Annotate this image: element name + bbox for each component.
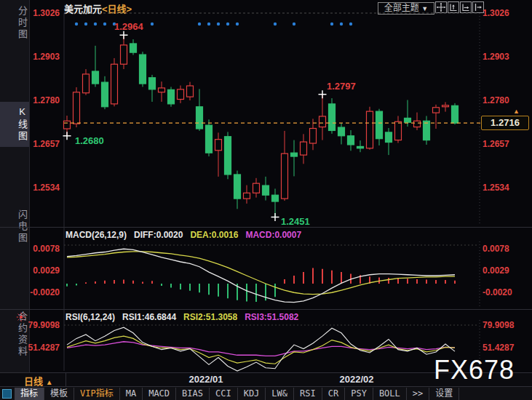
candle-body (111, 64, 118, 104)
signal-dot (340, 23, 343, 25)
candle-body (225, 137, 231, 175)
candle-body (196, 107, 203, 129)
candle-body (424, 121, 430, 140)
signal-dot (198, 23, 201, 25)
signal-dot (207, 23, 210, 25)
signal-dot (84, 23, 87, 25)
candle-body (263, 185, 269, 195)
candle-body (234, 175, 241, 199)
brand-watermark: FX678 (434, 355, 515, 385)
sun-marker-icon (17, 313, 25, 321)
candle-body (121, 45, 127, 64)
candle-body (376, 111, 383, 139)
signal-dot (217, 23, 220, 25)
candle-body (168, 89, 175, 104)
diff-line (67, 249, 455, 302)
candle-body (244, 193, 250, 199)
candle-body (206, 125, 213, 153)
candle-body (159, 88, 165, 92)
rsi3-line (67, 342, 455, 356)
candle-body (442, 105, 449, 107)
rsi1-line (67, 327, 455, 371)
candle-body (310, 129, 317, 143)
candle-body (405, 118, 411, 122)
candle-body (386, 132, 392, 143)
candle-body (414, 121, 421, 127)
candle-body (74, 92, 80, 124)
signal-dot (293, 23, 295, 25)
candle-body (291, 153, 298, 156)
rsi2-line (67, 336, 455, 364)
chart-application-window: 分时图 K线图 闪电图 合约资料 美元加元<日线> 全部主题 ▼ MACD(26… (0, 0, 532, 400)
candle-body (357, 146, 364, 148)
candle-body (64, 121, 71, 129)
dea-line (67, 252, 455, 295)
price-annotation: 1.2797 (327, 81, 356, 92)
signal-dot (330, 23, 333, 25)
candle-body (187, 86, 194, 97)
candle-body (102, 82, 108, 107)
candle-body (178, 89, 184, 100)
candle-body (433, 108, 440, 113)
candle-body (215, 140, 222, 151)
candle-body (452, 105, 458, 123)
candle-body (338, 127, 345, 136)
candle-body (329, 104, 336, 131)
signal-dot (94, 23, 97, 25)
signal-dot (75, 23, 78, 25)
candle-body (92, 71, 99, 84)
signal-dot (103, 23, 106, 25)
candle-body (319, 116, 326, 127)
candle-body (253, 183, 260, 193)
signal-dot (151, 23, 154, 25)
candle-body (149, 78, 156, 89)
candle-body (367, 111, 373, 148)
signal-dot (236, 23, 239, 25)
signal-dot (349, 23, 352, 25)
price-annotation: 1.2680 (75, 135, 104, 146)
chart-canvas[interactable]: 1.29641.26801.27971.2451 (0, 0, 532, 400)
candle-body (348, 136, 354, 145)
candle-body (282, 153, 288, 199)
signal-dot (226, 23, 229, 25)
candle-body (301, 142, 307, 155)
candle-body (140, 55, 146, 84)
signal-dot (274, 23, 277, 25)
price-annotation: 1.2964 (114, 21, 144, 32)
candle-body (130, 44, 137, 52)
candle-body (272, 195, 279, 201)
candle-body (395, 121, 402, 140)
candle-body (83, 74, 90, 93)
price-annotation: 1.2451 (281, 216, 310, 227)
